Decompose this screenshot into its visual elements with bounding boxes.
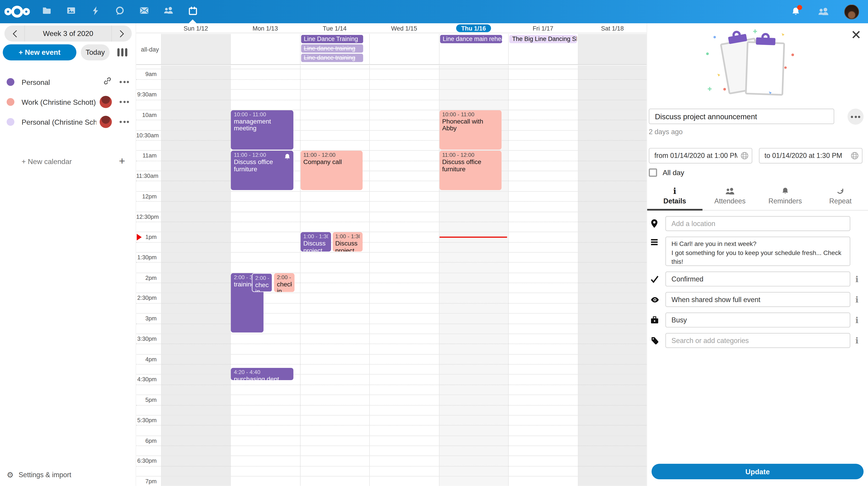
tab-reminders[interactable]: Reminders [757, 184, 813, 210]
calendar-event[interactable]: 11:00 - 12:00Discuss office furniture [439, 151, 502, 190]
calendar-name: Personal [22, 78, 100, 86]
info-icon[interactable]: i [850, 315, 864, 325]
day-header-fri[interactable]: Fri 1/17 [508, 23, 578, 33]
calendar-event[interactable]: 2:00 - 2:30check-in [252, 273, 272, 292]
categories-input[interactable] [665, 333, 850, 348]
time-grid: 9am9:30am10am10:30am11am11:30am12pm12:30… [136, 65, 647, 486]
calendar-event[interactable]: 11:00 - 12:00Discuss office furniture [231, 151, 293, 190]
clipboard-illustration [702, 28, 813, 98]
all-day-event[interactable]: Line Dance Training [301, 35, 363, 43]
calendar-event[interactable]: 10:00 - 11:00Phonecall with Abby [439, 110, 502, 149]
timezone-globe-icon[interactable] [741, 152, 748, 162]
event-time: 1:00 - 1:30 [303, 233, 328, 240]
update-button[interactable]: Update [651, 464, 864, 480]
quarter-line [136, 344, 647, 344]
tab-attendees[interactable]: Attendees [702, 184, 757, 210]
week-label[interactable]: Week 3 of 2020 [24, 26, 112, 41]
sidebar-calendar-item[interactable]: Personal [0, 72, 135, 92]
calendar-actions-menu-icon[interactable] [120, 119, 129, 125]
day-header-tue[interactable]: Tue 1/14 [300, 23, 369, 33]
day-header-row: Sun 1/12Mon 1/13Tue 1/14Wed 1/15Thu 1/16… [136, 23, 647, 33]
calendar-icon [188, 6, 197, 18]
app-calendar[interactable] [180, 0, 205, 23]
app-activity[interactable] [83, 0, 107, 23]
share-link-icon[interactable] [103, 77, 112, 88]
app-talk[interactable] [107, 0, 132, 23]
description-textarea[interactable]: Hi Carl! are you in next week? I got som… [665, 237, 850, 266]
calendar-actions-menu-icon[interactable] [120, 79, 129, 85]
all-day-label: all-day [136, 34, 159, 64]
sidebar-calendar-item[interactable]: Work (Christine Schott) [0, 92, 135, 112]
calendar-event[interactable]: 2:00 - 2:30check-in [274, 273, 295, 292]
calendar-actions-menu-icon[interactable] [120, 98, 129, 105]
close-icon[interactable] [850, 28, 862, 40]
quarter-line [136, 303, 647, 304]
event-time: 1:00 - 1:30 [335, 233, 360, 240]
info-icon[interactable]: i [850, 294, 864, 305]
all-day-checkbox[interactable]: All day [647, 168, 868, 177]
hour-line [136, 110, 647, 110]
end-date-input[interactable] [759, 148, 863, 164]
time-label: 2pm [136, 274, 157, 281]
grid-column[interactable] [508, 65, 578, 486]
view-toggle-icon[interactable] [115, 46, 129, 59]
time-label: 3pm [136, 315, 157, 321]
event-title: Discuss office furniture [234, 159, 291, 172]
next-week-button[interactable] [112, 26, 132, 41]
tab-repeat[interactable]: Repeat [813, 184, 868, 210]
event-time: 4:20 - 4:40 [234, 369, 291, 376]
calendar-event[interactable]: 10:00 - 11:00management meeting [231, 110, 293, 149]
calendar-event[interactable]: 1:00 - 1:30Discuss project [333, 232, 363, 251]
settings-import-button[interactable]: ⚙ Settings & import [0, 467, 78, 483]
new-event-button[interactable]: + New event [3, 44, 76, 60]
start-date-input[interactable] [649, 148, 752, 164]
visibility-select[interactable] [665, 292, 850, 307]
info-icon: i [647, 186, 702, 196]
today-button[interactable]: Today [81, 44, 110, 60]
notifications-bell-icon[interactable] [789, 5, 802, 18]
info-icon[interactable]: i [850, 274, 864, 284]
status-select[interactable] [665, 271, 850, 286]
nextcloud-logo-icon[interactable] [0, 5, 34, 18]
app-photos[interactable] [59, 0, 83, 23]
calendar-event[interactable]: 11:00 - 12:00Company call [301, 151, 363, 190]
freebusy-select[interactable] [665, 312, 850, 327]
plus-icon: + [119, 155, 125, 167]
quarter-line [136, 201, 647, 202]
grid-column[interactable] [369, 65, 439, 486]
user-avatar[interactable] [844, 4, 859, 19]
new-calendar-button[interactable]: + New calendar + [0, 152, 135, 171]
all-day-event[interactable]: Line dance main rehearsal [440, 35, 502, 43]
day-header-thu[interactable]: Thu 1/16 [439, 23, 508, 33]
actions-menu-icon[interactable] [847, 109, 864, 125]
all-day-event[interactable]: Line dance training [301, 44, 363, 53]
calendar-event[interactable]: 4:20 - 4:40purchasing dept [231, 368, 293, 380]
all-day-event[interactable]: Line dance training [301, 54, 363, 62]
day-header-wed[interactable]: Wed 1/15 [369, 23, 439, 33]
grid-column[interactable] [578, 65, 647, 486]
checkbox-box[interactable] [649, 168, 657, 177]
app-mail[interactable] [132, 0, 156, 23]
mail-icon [139, 6, 149, 17]
sidebar-calendar-item[interactable]: Personal (Christine Scho... [0, 112, 135, 132]
event-title: Discuss office furniture [442, 159, 499, 172]
app-files[interactable] [34, 0, 59, 23]
previous-week-button[interactable] [4, 26, 24, 41]
tab-details[interactable]: iDetails [647, 184, 702, 210]
day-header-sun[interactable]: Sun 1/12 [161, 23, 230, 33]
grid-column[interactable] [161, 65, 230, 486]
contacts-menu-icon[interactable] [816, 5, 830, 18]
app-contacts[interactable] [156, 0, 181, 23]
start-date-field [649, 148, 752, 164]
event-title-input[interactable] [649, 109, 834, 124]
timezone-globe-icon[interactable] [851, 152, 859, 162]
end-date-field [759, 148, 863, 164]
info-icon[interactable]: i [850, 336, 864, 345]
day-header-sat[interactable]: Sat 1/18 [578, 23, 647, 33]
grid-column[interactable] [300, 65, 369, 486]
all-day-event[interactable]: The Big Line Dancing Show [509, 35, 577, 43]
calendar-event[interactable]: 1:00 - 1:30Discuss project announcement [301, 232, 331, 251]
calendar-color-dot [6, 118, 14, 126]
location-input[interactable] [665, 216, 850, 231]
day-header-mon[interactable]: Mon 1/13 [230, 23, 300, 33]
